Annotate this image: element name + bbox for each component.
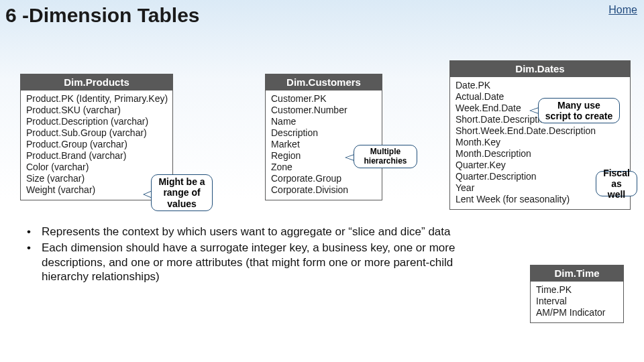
table-row: Short.Week.End.Date.Description xyxy=(455,125,625,137)
table-row: Product.Group (varchar) xyxy=(26,139,167,150)
table-body: Time.PK Interval AM/PM Indicator xyxy=(531,282,623,322)
callout-multiple-hierarchies: Multiple hierarchies xyxy=(354,145,417,168)
table-dim-products: Dim.Products Product.PK (Identity, Prima… xyxy=(20,74,173,200)
table-row: Month.Key xyxy=(455,137,625,148)
table-dim-customers: Dim.Customers Customer.PK Customer.Numbe… xyxy=(265,74,382,200)
callout-script-to-create: Many use script to create xyxy=(538,98,620,123)
table-row: Quarter.Key xyxy=(455,160,625,171)
table-row: Product.Sub.Group (varchar) xyxy=(26,127,167,139)
bullet-text: Each dimension should have a surrogate i… xyxy=(42,241,496,284)
bullet-list: • Represents the context by which users … xyxy=(27,225,496,286)
bullet-text: Represents the context by which users wa… xyxy=(42,225,496,239)
table-row: Color (varchar) xyxy=(26,162,167,173)
table-header: Dim.Dates xyxy=(450,61,630,77)
table-dim-time: Dim.Time Time.PK Interval AM/PM Indicato… xyxy=(530,265,624,323)
table-header: Dim.Products xyxy=(21,74,172,90)
callout-range-of-values: Might be a range of values xyxy=(151,174,213,211)
table-header: Dim.Time xyxy=(531,265,623,282)
table-row: Product.SKU (varchar) xyxy=(26,105,167,116)
callout-fiscal-as-well: Fiscal as well xyxy=(596,171,637,196)
table-row: Corporate.Group xyxy=(271,173,376,184)
table-row: Product.PK (Identity, Primary.Key) xyxy=(26,93,167,105)
table-row: Customer.Number xyxy=(271,105,376,116)
list-item: • Each dimension should have a surrogate… xyxy=(27,241,496,284)
table-row: Name xyxy=(271,116,376,127)
table-row: Product.Brand (varchar) xyxy=(26,150,167,162)
page-title: 6 -Dimension Tables xyxy=(5,4,200,27)
table-row: Size (varchar) xyxy=(26,173,167,184)
home-link[interactable]: Home xyxy=(608,4,637,16)
table-row: Description xyxy=(271,127,376,139)
table-row: Corporate.Division xyxy=(271,184,376,196)
table-row: AM/PM Indicator xyxy=(536,307,618,318)
table-row: Date.PK xyxy=(455,80,625,91)
bullet-icon: • xyxy=(27,225,42,239)
list-item: • Represents the context by which users … xyxy=(27,225,496,239)
bullet-icon: • xyxy=(27,241,42,284)
table-row: Time.PK xyxy=(536,284,618,296)
table-row: Interval xyxy=(536,296,618,307)
table-row: Customer.PK xyxy=(271,93,376,105)
table-body: Product.PK (Identity, Primary.Key) Produ… xyxy=(21,90,172,200)
table-row: Month.Description xyxy=(455,148,625,160)
table-row: Product.Description (varchar) xyxy=(26,116,167,127)
table-header: Dim.Customers xyxy=(266,74,382,90)
